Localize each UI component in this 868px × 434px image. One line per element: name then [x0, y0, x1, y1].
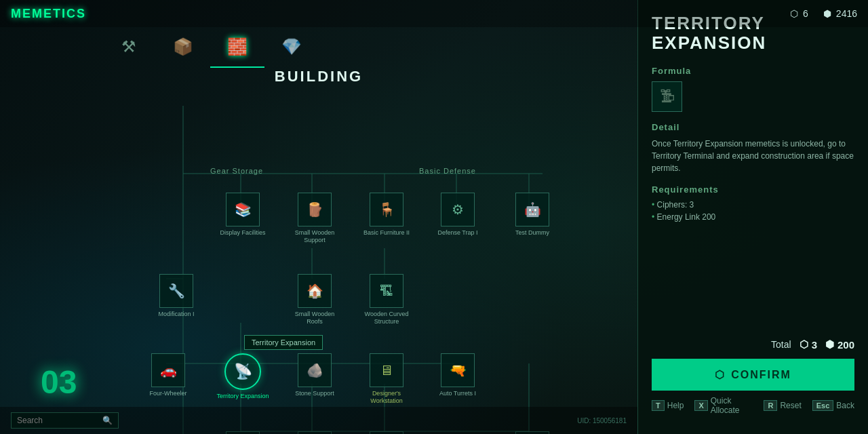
selection-counter: 03 [41, 363, 77, 401]
search-box[interactable]: 🔍 [11, 412, 119, 429]
node-display-facilities[interactable]: 📚 Display Facilities [216, 193, 270, 237]
node-modification-1[interactable]: 🔧 Modification I [149, 274, 203, 318]
basic-furniture-2-icon: 🪑 [370, 193, 403, 226]
quick-allocate-hotkey[interactable]: X Quick Allocate [694, 396, 753, 415]
node-four-wheeler[interactable]: 🚗 Four-Wheeler [141, 353, 195, 397]
requirements-list: Ciphers: 3 Energy Link 200 [652, 200, 854, 222]
node-test-dummy[interactable]: 🤖 Test Dummy [505, 193, 559, 237]
node-wooden-curved[interactable]: 🏗 Wooden Curved Structure [359, 274, 414, 326]
tab-building[interactable]: 🧱 [210, 27, 264, 68]
detail-section: Detail Once Territory Expansion memetics… [652, 122, 854, 174]
energy-icon: ⬢ [822, 8, 833, 19]
ciphers-stat: ⬡ 6 [789, 8, 808, 19]
main-area: BUILDING [0, 68, 637, 407]
territory-expansion-circle-icon: 📡 [224, 353, 261, 390]
four-wheeler-icon: 🚗 [151, 353, 185, 387]
reset-key: R [764, 400, 777, 411]
gear-storage-header: Gear Storage [210, 167, 263, 175]
panel-bottom-hotkeys: T Help X Quick Allocate R Reset Esc Back [652, 391, 854, 420]
other-tab-icon: 💎 [281, 37, 302, 56]
requirements-section: Requirements Ciphers: 3 Energy Link 200 [652, 184, 854, 224]
node-small-wooden-support[interactable]: 🪵 Small Wooden Support [288, 193, 342, 244]
detail-text: Once Territory Expansion memetics is unl… [652, 138, 854, 174]
small-wooden-roofs-icon: 🏠 [298, 274, 332, 308]
ciphers-icon: ⬡ [789, 8, 800, 19]
total-label: Total [771, 339, 791, 350]
section-title: BUILDING [0, 68, 637, 85]
requirement-energy: Energy Link 200 [652, 212, 854, 222]
formula-icon-symbol: 🗜 [660, 88, 675, 106]
bottom-bar: 🔍 UID: 150056181 [0, 407, 637, 434]
node-territory-expansion[interactable]: 📡 Territory Expansion [216, 353, 270, 400]
tech-tree: Gear Storage Basic Defense 📚 Display Fac… [0, 99, 637, 434]
confirm-button[interactable]: ⬡ CONFIRM [652, 359, 854, 391]
total-row: Total ⬡ 3 ⬢ 200 [652, 338, 854, 351]
basic-defense-header: Basic Defense [419, 167, 476, 175]
right-panel: TERRITORY EXPANSION Formula 🗜 Detail Onc… [637, 0, 868, 434]
formula-section: Formula 🗜 [652, 66, 854, 112]
tab-other[interactable]: 💎 [264, 27, 319, 68]
top-bar: MEMETICS ⬡ 6 ⬢ 2416 [0, 0, 868, 27]
reset-hotkey[interactable]: R Reset [764, 400, 801, 411]
node-auto-turrets-1[interactable]: 🔫 Auto Turrets I [431, 353, 485, 397]
defense-trap-1-label: Defense Trap I [437, 229, 477, 237]
energy-value: 2416 [836, 8, 857, 19]
quick-allocate-label: Quick Allocate [711, 396, 753, 415]
total-energy-value: ⬢ 200 [825, 338, 854, 351]
energy-stat: ⬢ 2416 [822, 8, 857, 19]
uid-text: UID: 150056181 [577, 417, 627, 425]
wooden-curved-label: Wooden Curved Structure [359, 311, 414, 326]
help-key: T [652, 400, 665, 411]
small-wooden-support-label: Small Wooden Support [288, 229, 342, 244]
ciphers-value: 6 [803, 8, 808, 19]
formula-label: Formula [652, 66, 854, 76]
wooden-curved-icon: 🏗 [370, 274, 403, 308]
reset-label: Reset [780, 401, 801, 410]
search-input[interactable] [17, 416, 98, 425]
stone-support-icon: 🪨 [298, 353, 332, 387]
total-ciphers-value: ⬡ 3 [800, 338, 817, 351]
confirm-label: CONFIRM [731, 369, 791, 381]
designers-workstation-icon: 🖥 [370, 353, 403, 387]
weapons-tab-icon: ⚒ [121, 37, 136, 56]
tab-row: ⚒ 📦 🧱 💎 [102, 27, 319, 68]
tooltip-text: Territory Expansion [252, 338, 315, 347]
basic-furniture-2-label: Basic Furniture II [363, 229, 410, 237]
node-small-wooden-roofs[interactable]: 🏠 Small Wooden Roofs [288, 274, 342, 326]
small-wooden-support-icon: 🪵 [298, 193, 332, 226]
help-label: Help [667, 401, 684, 410]
building-tab-icon: 🧱 [227, 37, 248, 56]
tab-weapons[interactable]: ⚒ [102, 27, 156, 68]
back-key: Esc [812, 400, 834, 411]
territory-expansion-label: Territory Expansion [216, 393, 269, 400]
territory-expansion-tooltip: Territory Expansion [244, 335, 323, 350]
requirement-ciphers: Ciphers: 3 [652, 200, 854, 210]
tab-storage[interactable]: 📦 [156, 27, 210, 68]
auto-turrets-1-icon: 🔫 [441, 353, 475, 387]
top-stats: ⬡ 6 ⬢ 2416 [789, 8, 857, 19]
back-hotkey[interactable]: Esc Back [812, 400, 854, 411]
detail-label: Detail [652, 122, 854, 132]
formula-icon: 🗜 [652, 81, 682, 112]
storage-tab-icon: 📦 [173, 37, 193, 56]
confirm-icon: ⬡ [715, 368, 726, 381]
node-stone-support[interactable]: 🪨 Stone Support [288, 353, 342, 397]
quick-allocate-key: X [694, 400, 707, 411]
test-dummy-label: Test Dummy [515, 229, 549, 237]
help-hotkey[interactable]: T Help [652, 400, 684, 411]
auto-turrets-1-label: Auto Turrets I [439, 390, 476, 397]
test-dummy-icon: 🤖 [515, 193, 549, 226]
energy-icon-total: ⬢ [825, 338, 834, 351]
modification-1-icon: 🔧 [159, 274, 193, 308]
node-basic-furniture-2[interactable]: 🪑 Basic Furniture II [359, 193, 414, 237]
bottom-left: 🔍 [11, 412, 119, 429]
small-wooden-roofs-label: Small Wooden Roofs [288, 311, 342, 326]
designers-workstation-label: Designer's Workstation [359, 390, 414, 405]
stone-support-label: Stone Support [295, 390, 334, 397]
defense-trap-1-icon: ⚙ [441, 193, 475, 226]
node-defense-trap-1[interactable]: ⚙ Defense Trap I [431, 193, 485, 237]
four-wheeler-label: Four-Wheeler [149, 390, 186, 397]
node-designers-workstation[interactable]: 🖥 Designer's Workstation [359, 353, 414, 405]
search-icon: 🔍 [102, 416, 113, 425]
ciphers-icon-total: ⬡ [800, 338, 808, 351]
